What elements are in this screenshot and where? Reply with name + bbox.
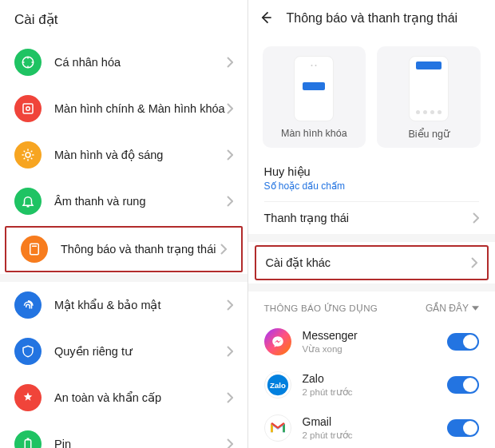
subpage-header: Thông báo và thanh trạng thái <box>248 0 496 35</box>
toggle-switch[interactable] <box>447 333 479 351</box>
row-title: Huy hiệu <box>264 165 480 178</box>
chevron-right-icon <box>220 244 227 255</box>
row-badge[interactable]: Huy hiệu Số hoặc dấu chấm <box>248 156 496 201</box>
chevron-right-icon <box>227 299 233 311</box>
toggle-switch[interactable] <box>447 376 479 394</box>
banner-preview <box>409 56 449 121</box>
zalo-icon: Zalo <box>264 371 291 398</box>
settings-item-label: Quyền riêng tư <box>54 345 227 358</box>
app-time: Vừa xong <box>303 343 448 355</box>
emergency-icon <box>14 384 42 411</box>
settings-item-security[interactable]: Mật khẩu & bảo mật <box>0 282 248 328</box>
gmail-icon <box>264 414 291 442</box>
row-title: Cài đặt khác <box>266 256 472 269</box>
app-name: Gmail <box>303 415 448 428</box>
notifications-settings-pane: Thông báo và thanh trạng thái Màn hình k… <box>248 0 496 448</box>
chevron-right-icon <box>227 149 233 161</box>
settings-pane: Cài đặt Cá nhân hóa Màn hình chính & Màn… <box>0 0 248 448</box>
settings-item-label: Âm thanh và rung <box>54 195 227 208</box>
back-button[interactable] <box>256 8 275 27</box>
settings-item-display[interactable]: Màn hình và độ sáng <box>0 132 248 178</box>
battery-icon <box>14 430 42 448</box>
svg-point-3 <box>26 153 30 157</box>
app-name: Zalo <box>303 372 448 385</box>
app-row-gmail[interactable]: Gmail 2 phút trước <box>248 406 496 448</box>
section-title: THÔNG BÁO ỨNG DỤNG <box>264 303 378 314</box>
row-statusbar[interactable]: Thanh trạng thái <box>248 202 496 234</box>
settings-item-privacy[interactable]: Quyền riêng tư <box>0 328 248 375</box>
notification-style-chooser: Màn hình khóa Biểu ngữ <box>248 35 496 156</box>
svg-rect-1 <box>23 104 33 113</box>
app-name: Messenger <box>303 329 448 342</box>
settings-item-label: Mật khẩu & bảo mật <box>54 299 227 311</box>
settings-item-label: An toàn và khẩn cấp <box>54 391 227 404</box>
chevron-right-icon <box>227 103 233 114</box>
chevron-right-icon <box>227 392 233 403</box>
settings-item-safety[interactable]: An toàn và khẩn cấp <box>0 375 248 421</box>
settings-item-label: Pin <box>54 438 227 448</box>
chevron-right-icon <box>227 346 233 357</box>
section-divider <box>0 274 248 282</box>
style-card-lockscreen[interactable]: Màn hình khóa <box>263 46 366 148</box>
messenger-icon <box>264 328 291 355</box>
fingerprint-icon <box>14 291 42 319</box>
lockscreen-preview <box>294 56 334 121</box>
home-screen-icon <box>14 95 42 122</box>
app-time: 2 phút trước <box>303 387 448 398</box>
chevron-right-icon <box>471 257 477 268</box>
app-time: 2 phút trước <box>303 430 448 441</box>
row-subtitle: Số hoặc dấu chấm <box>264 180 480 192</box>
svg-point-2 <box>26 107 30 111</box>
chevron-right-icon <box>473 212 479 224</box>
settings-item-label: Màn hình chính & Màn hình khóa <box>54 102 227 115</box>
notifications-scroll: Màn hình khóa Biểu ngữ Huy hiệu Số hoặc … <box>248 35 496 448</box>
settings-item-label: Thông báo và thanh trạng thái <box>61 243 220 256</box>
page-title: Cài đặt <box>0 0 248 39</box>
settings-item-battery[interactable]: Pin <box>0 421 248 448</box>
shield-icon <box>14 338 42 365</box>
settings-item-personalization[interactable]: Cá nhân hóa <box>0 39 248 85</box>
settings-item-label: Màn hình và độ sáng <box>54 149 227 161</box>
brightness-icon <box>14 141 42 168</box>
app-row-messenger[interactable]: Messenger Vừa xong <box>248 320 496 363</box>
personalization-icon <box>14 49 42 76</box>
settings-item-notifications[interactable]: Thông báo và thanh trạng thái <box>5 226 243 272</box>
row-other-settings[interactable]: Cài đặt khác <box>255 245 489 280</box>
section-divider <box>248 283 496 291</box>
chevron-right-icon <box>227 438 233 448</box>
row-title: Thanh trạng thái <box>264 212 473 224</box>
settings-item-home-lock[interactable]: Màn hình chính & Màn hình khóa <box>0 85 248 132</box>
app-row-zalo[interactable]: Zalo Zalo 2 phút trước <box>248 363 496 406</box>
style-card-banner[interactable]: Biểu ngữ <box>377 46 481 148</box>
toggle-switch[interactable] <box>447 419 479 437</box>
svg-text:Zalo: Zalo <box>270 381 286 390</box>
style-card-label: Màn hình khóa <box>281 128 347 139</box>
bell-icon <box>14 188 42 215</box>
style-card-label: Biểu ngữ <box>408 128 449 140</box>
svg-rect-6 <box>25 440 31 448</box>
app-notifications-header: THÔNG BÁO ỨNG DỤNG GẦN ĐÂY <box>248 291 496 320</box>
svg-rect-4 <box>30 244 39 255</box>
subpage-title: Thông báo và thanh trạng thái <box>287 10 458 26</box>
settings-list: Cá nhân hóa Màn hình chính & Màn hình kh… <box>0 39 248 448</box>
sort-button[interactable]: GẦN ĐÂY <box>426 303 479 314</box>
chevron-down-icon <box>472 306 479 311</box>
settings-item-label: Cá nhân hóa <box>54 56 227 69</box>
sort-label: GẦN ĐÂY <box>426 303 469 314</box>
settings-item-sound[interactable]: Âm thanh và rung <box>0 178 248 224</box>
chevron-right-icon <box>227 57 233 68</box>
section-divider <box>248 234 496 242</box>
notifications-icon <box>21 236 48 263</box>
chevron-right-icon <box>227 196 233 207</box>
